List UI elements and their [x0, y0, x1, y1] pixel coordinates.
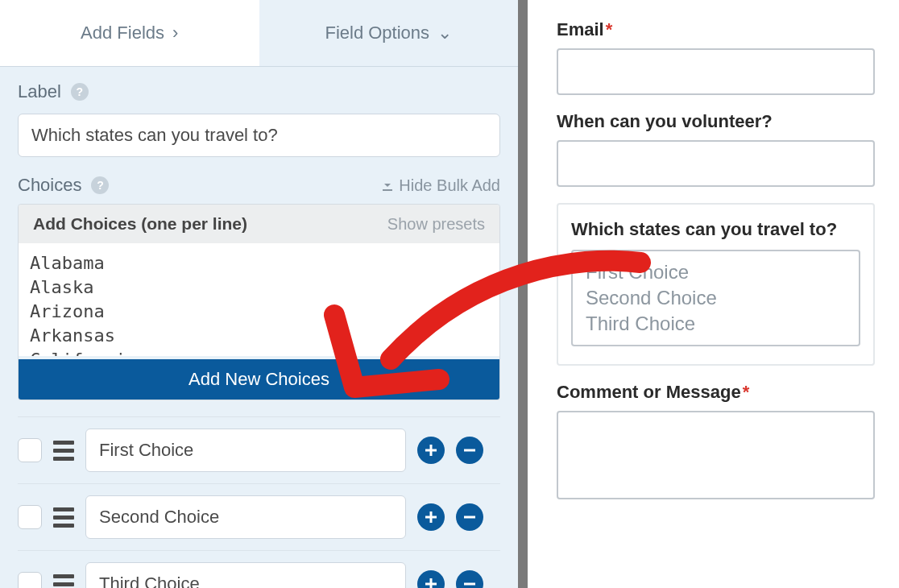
- add-choice-button[interactable]: [417, 503, 445, 531]
- choice-row: [18, 416, 500, 483]
- bulk-add-textarea[interactable]: [19, 243, 499, 356]
- remove-choice-button[interactable]: [456, 437, 483, 464]
- drag-handle-icon[interactable]: [53, 507, 74, 528]
- help-icon[interactable]: ?: [71, 83, 89, 101]
- tab-field-options[interactable]: Field Options ⌄: [259, 0, 519, 66]
- minus-icon: [462, 510, 477, 524]
- required-asterisk: *: [606, 19, 613, 39]
- required-asterisk: *: [743, 382, 750, 402]
- svg-rect-5: [464, 516, 475, 519]
- remove-choice-button[interactable]: [456, 570, 483, 588]
- drag-handle-icon[interactable]: [53, 441, 74, 461]
- hide-bulk-add-link[interactable]: Hide Bulk Add: [381, 176, 500, 195]
- choice-default-checkbox[interactable]: [18, 572, 42, 588]
- choice-default-checkbox[interactable]: [18, 505, 42, 529]
- drag-handle-icon[interactable]: [53, 574, 74, 589]
- states-option: Third Choice: [586, 313, 846, 335]
- svg-rect-1: [425, 449, 437, 452]
- add-choice-button[interactable]: [417, 437, 445, 464]
- choice-label-input[interactable]: [85, 495, 406, 539]
- choice-row: [18, 483, 500, 550]
- add-choice-button[interactable]: [417, 570, 445, 588]
- plus-icon: [424, 577, 438, 588]
- plus-icon: [424, 510, 438, 524]
- plus-icon: [424, 443, 438, 458]
- volunteer-field-block: When can you volunteer?: [557, 111, 875, 187]
- tab-bar: Add Fields › Field Options ⌄: [0, 0, 518, 67]
- show-presets-link[interactable]: Show presets: [387, 215, 485, 234]
- help-icon[interactable]: ?: [91, 176, 109, 194]
- bulk-add-title: Add Choices (one per line): [33, 214, 247, 234]
- choice-label-input[interactable]: [85, 429, 406, 472]
- volunteer-label: When can you volunteer?: [557, 111, 773, 131]
- choice-default-checkbox[interactable]: [18, 438, 42, 462]
- minus-icon: [462, 577, 477, 588]
- tab-field-options-label: Field Options: [325, 23, 429, 43]
- download-icon: [381, 179, 394, 192]
- comment-textarea[interactable]: [557, 411, 875, 499]
- remove-choice-button[interactable]: [456, 503, 483, 531]
- email-input[interactable]: [557, 48, 875, 95]
- states-label: Which states can you travel to?: [571, 219, 860, 240]
- add-new-choices-button[interactable]: Add New Choices: [19, 359, 499, 400]
- chevron-right-icon: ›: [172, 23, 178, 43]
- label-input[interactable]: [18, 114, 500, 157]
- email-field-block: Email*: [557, 19, 875, 95]
- states-options-box: First Choice Second Choice Third Choice: [571, 250, 860, 346]
- tab-add-fields-label: Add Fields: [81, 23, 164, 43]
- comment-field-block: Comment or Message*: [557, 382, 875, 499]
- minus-icon: [462, 443, 477, 458]
- label-title-row: Label ?: [18, 81, 500, 102]
- tab-add-fields[interactable]: Add Fields ›: [0, 0, 259, 66]
- states-option: First Choice: [586, 261, 846, 284]
- states-field-block[interactable]: Which states can you travel to? First Ch…: [557, 203, 875, 366]
- choice-label-input[interactable]: [85, 562, 406, 588]
- chevron-down-icon: ⌄: [437, 23, 452, 43]
- bulk-add-box: Add Choices (one per line) Show presets …: [18, 204, 500, 400]
- email-label: Email: [557, 19, 604, 39]
- form-preview: Email* When can you volunteer? Which sta…: [528, 0, 899, 588]
- volunteer-input[interactable]: [557, 140, 875, 187]
- svg-rect-7: [425, 583, 437, 586]
- choice-list: [0, 400, 518, 588]
- choices-title: Choices: [18, 175, 81, 196]
- svg-rect-8: [464, 583, 475, 586]
- label-title: Label: [18, 81, 61, 102]
- choice-row: [18, 550, 500, 588]
- choices-title-row: Choices ?: [18, 175, 109, 196]
- states-option: Second Choice: [586, 287, 846, 309]
- hide-bulk-label: Hide Bulk Add: [399, 176, 500, 195]
- comment-label: Comment or Message: [557, 382, 741, 402]
- field-options-panel: Add Fields › Field Options ⌄ Label ? Cho…: [0, 0, 528, 588]
- svg-rect-4: [425, 516, 437, 519]
- svg-rect-2: [464, 449, 475, 452]
